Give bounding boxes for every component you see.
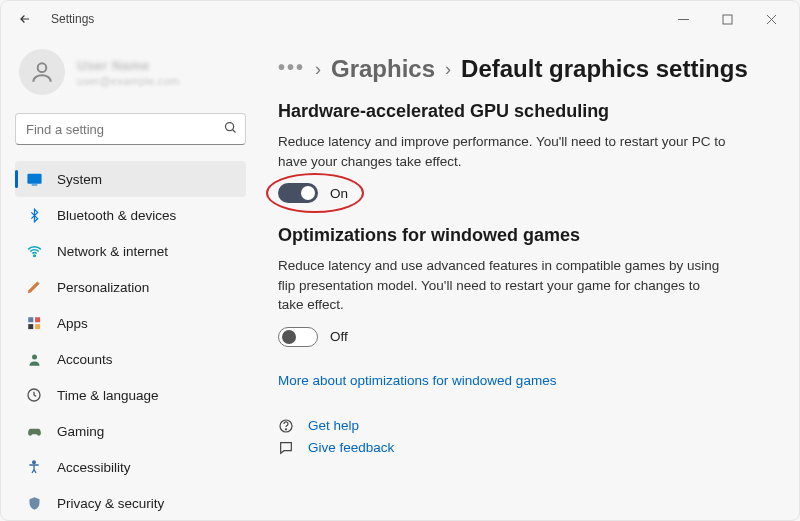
opt-toggle-row: Off — [278, 327, 348, 347]
nav-label: Time & language — [57, 388, 159, 403]
chevron-right-icon: › — [315, 59, 321, 80]
nav-gaming[interactable]: Gaming — [15, 413, 246, 449]
gpu-section-title: Hardware-accelerated GPU scheduling — [278, 101, 773, 122]
help-icon — [278, 418, 294, 434]
avatar — [19, 49, 65, 95]
profile-name: User Name — [77, 58, 180, 73]
nav-label: Gaming — [57, 424, 104, 439]
search-icon — [223, 120, 238, 138]
back-button[interactable] — [13, 7, 37, 31]
brush-icon — [25, 278, 43, 296]
opt-more-link[interactable]: More about optimizations for windowed ga… — [278, 373, 556, 388]
titlebar: Settings — [1, 1, 799, 37]
svg-point-1 — [38, 63, 47, 72]
search-input[interactable] — [15, 113, 246, 145]
person-icon — [25, 350, 43, 368]
nav-network[interactable]: Network & internet — [15, 233, 246, 269]
svg-rect-4 — [31, 184, 37, 185]
clock-icon — [25, 386, 43, 404]
gpu-toggle-label: On — [330, 186, 348, 201]
gpu-section-desc: Reduce latency and improve performance. … — [278, 132, 728, 171]
search-wrap — [15, 113, 246, 145]
chevron-right-icon: › — [445, 59, 451, 80]
breadcrumb-current: Default graphics settings — [461, 55, 748, 83]
svg-point-10 — [32, 354, 37, 359]
opt-section-title: Optimizations for windowed games — [278, 225, 773, 246]
nav-label: Network & internet — [57, 244, 168, 259]
nav-list: System Bluetooth & devices Network & int… — [15, 161, 246, 520]
nav-apps[interactable]: Apps — [15, 305, 246, 341]
gpu-toggle-row: On — [278, 183, 348, 203]
svg-rect-6 — [28, 317, 33, 322]
accessibility-icon — [25, 458, 43, 476]
breadcrumb-parent[interactable]: Graphics — [331, 55, 435, 83]
sidebar: User Name user@example.com System Blueto… — [1, 37, 256, 520]
svg-rect-3 — [27, 173, 41, 183]
nav-label: System — [57, 172, 102, 187]
svg-rect-7 — [35, 317, 40, 322]
window-title: Settings — [51, 12, 94, 26]
nav-label: Privacy & security — [57, 496, 164, 511]
shield-icon — [25, 494, 43, 512]
nav-system[interactable]: System — [15, 161, 246, 197]
feedback-icon — [278, 440, 294, 456]
close-button[interactable] — [749, 4, 793, 34]
apps-icon — [25, 314, 43, 332]
nav-label: Apps — [57, 316, 88, 331]
nav-privacy[interactable]: Privacy & security — [15, 485, 246, 520]
nav-time[interactable]: Time & language — [15, 377, 246, 413]
nav-bluetooth[interactable]: Bluetooth & devices — [15, 197, 246, 233]
svg-point-5 — [33, 254, 35, 256]
wifi-icon — [25, 242, 43, 260]
nav-label: Accessibility — [57, 460, 131, 475]
nav-label: Personalization — [57, 280, 149, 295]
svg-point-2 — [226, 123, 234, 131]
opt-toggle-label: Off — [330, 329, 348, 344]
bluetooth-icon — [25, 206, 43, 224]
svg-point-14 — [285, 429, 286, 430]
opt-section-desc: Reduce latency and use advanced features… — [278, 256, 728, 315]
feedback-link[interactable]: Give feedback — [278, 440, 773, 456]
system-icon — [25, 170, 43, 188]
profile-block[interactable]: User Name user@example.com — [15, 49, 246, 95]
nav-accounts[interactable]: Accounts — [15, 341, 246, 377]
breadcrumb: ••• › Graphics › Default graphics settin… — [278, 55, 773, 83]
breadcrumb-more[interactable]: ••• — [278, 56, 305, 83]
content-area: ••• › Graphics › Default graphics settin… — [256, 37, 799, 520]
gpu-toggle[interactable] — [278, 183, 318, 203]
get-help-link[interactable]: Get help — [278, 418, 773, 434]
svg-rect-8 — [28, 324, 33, 329]
opt-toggle[interactable] — [278, 327, 318, 347]
minimize-button[interactable] — [661, 4, 705, 34]
nav-accessibility[interactable]: Accessibility — [15, 449, 246, 485]
nav-personalization[interactable]: Personalization — [15, 269, 246, 305]
profile-email: user@example.com — [77, 75, 180, 87]
nav-label: Bluetooth & devices — [57, 208, 176, 223]
svg-rect-0 — [723, 15, 732, 24]
help-label: Get help — [308, 418, 359, 433]
gamepad-icon — [25, 422, 43, 440]
nav-label: Accounts — [57, 352, 113, 367]
maximize-button[interactable] — [705, 4, 749, 34]
svg-point-12 — [33, 461, 36, 464]
svg-rect-9 — [35, 324, 40, 329]
feedback-label: Give feedback — [308, 440, 394, 455]
